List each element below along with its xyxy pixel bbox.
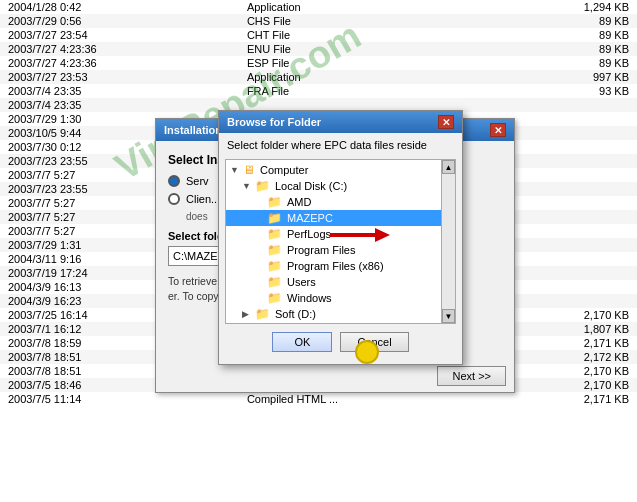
file-date: 2003/7/4 23:35 [0, 98, 239, 112]
tree-item-label: Users [287, 276, 316, 288]
folder-icon: 📁 [267, 227, 282, 241]
tree-item[interactable]: ▶📁Soft (D:) [226, 306, 455, 322]
file-date: 2003/7/4 23:35 [0, 84, 239, 98]
tree-item-label: Soft (D:) [275, 308, 316, 320]
file-type: ESP File [239, 56, 478, 70]
file-size: 1,294 KB [478, 0, 637, 14]
file-type: ENU File [239, 42, 478, 56]
ok-button[interactable]: OK [272, 332, 332, 352]
svg-marker-0 [330, 228, 390, 242]
tree-item-label: Computer [260, 164, 308, 176]
list-item: 2003/7/27 23:54CHT File89 KB [0, 28, 637, 42]
list-item: 2003/7/5 11:14Compiled HTML ...2,171 KB [0, 392, 637, 406]
file-date: 2003/7/27 4:23:36 [0, 56, 239, 70]
list-item: 2003/7/27 4:23:36ESP File89 KB [0, 56, 637, 70]
folder-icon: 📁 [255, 307, 270, 321]
file-size: 93 KB [478, 84, 637, 98]
tree-item[interactable]: 📁Users [226, 274, 455, 290]
folder-icon: 📁 [267, 211, 282, 225]
scroll-down-button[interactable]: ▼ [442, 309, 455, 323]
list-item: 2003/7/27 23:53Application997 KB [0, 70, 637, 84]
list-item: 2003/7/27 4:23:36ENU File89 KB [0, 42, 637, 56]
folder-icon: 📁 [267, 291, 282, 305]
file-type: FRA File [239, 84, 478, 98]
file-date: 2004/1/28 0:42 [0, 0, 239, 14]
tree-item-label: Windows [287, 292, 332, 304]
expand-icon: ▼ [230, 165, 240, 175]
folder-icon: 📁 [267, 243, 282, 257]
file-size: 89 KB [478, 42, 637, 56]
file-date: 2003/7/27 23:54 [0, 28, 239, 42]
tree-item-label: Program Files (x86) [287, 260, 384, 272]
next-button[interactable]: Next >> [437, 366, 506, 386]
tree-item-label: AMD [287, 196, 311, 208]
file-date: 2003/7/27 23:53 [0, 70, 239, 84]
file-type: Compiled HTML ... [239, 392, 478, 406]
client-radio[interactable] [168, 193, 180, 205]
list-item: 2003/7/4 23:35FRA File93 KB [0, 84, 637, 98]
list-item: 2003/7/29 0:56CHS File89 KB [0, 14, 637, 28]
file-size [478, 98, 637, 112]
file-size: 997 KB [478, 70, 637, 84]
tree-item-label: Program Files [287, 244, 355, 256]
browse-buttons: OK Cancel [219, 326, 462, 358]
browse-title-bar: Browse for Folder ✕ [219, 111, 462, 133]
list-item: 2004/1/28 0:42Application1,294 KB [0, 0, 637, 14]
install-close-button[interactable]: ✕ [490, 123, 506, 137]
file-size: 89 KB [478, 56, 637, 70]
folder-icon: 🖥 [243, 163, 255, 177]
tree-item[interactable]: 📁Windows [226, 290, 455, 306]
file-type: Application [239, 70, 478, 84]
tree-item[interactable]: ▼🖥Computer [226, 162, 455, 178]
tree-item[interactable]: 📁Program Files (x86) [226, 258, 455, 274]
file-type: CHS File [239, 14, 478, 28]
file-size: 89 KB [478, 14, 637, 28]
file-date: 2003/7/5 11:14 [0, 392, 239, 406]
expand-icon: ▶ [242, 309, 252, 319]
browse-close-button[interactable]: ✕ [438, 115, 454, 129]
tree-item-label: MAZEPC [287, 212, 333, 224]
file-size: 2,171 KB [478, 392, 637, 406]
file-type: Application [239, 0, 478, 14]
scroll-up-button[interactable]: ▲ [442, 160, 455, 174]
tree-item[interactable]: 📁MAZEPC [226, 210, 455, 226]
cursor-indicator [355, 340, 379, 364]
file-type: CHT File [239, 28, 478, 42]
expand-icon: ▼ [242, 181, 252, 191]
tree-item[interactable]: ▼📁Local Disk (C:) [226, 178, 455, 194]
folder-icon: 📁 [267, 195, 282, 209]
file-date: 2003/7/29 0:56 [0, 14, 239, 28]
folder-icon: 📁 [267, 275, 282, 289]
tree-item[interactable]: 📁AMD [226, 194, 455, 210]
browse-instruction: Select folder where EPC data files resid… [219, 133, 462, 157]
server-label: Serv [186, 175, 209, 187]
tree-scrollbar[interactable]: ▲ ▼ [441, 160, 455, 323]
server-radio[interactable] [168, 175, 180, 187]
tree-item-label: PerfLogs [287, 228, 331, 240]
file-size: 89 KB [478, 28, 637, 42]
folder-icon: 📁 [255, 179, 270, 193]
folder-icon: 📁 [267, 259, 282, 273]
scroll-track [442, 174, 455, 309]
red-arrow [330, 225, 390, 245]
tree-item-label: Local Disk (C:) [275, 180, 347, 192]
browse-title: Browse for Folder [227, 116, 321, 128]
file-date: 2003/7/27 4:23:36 [0, 42, 239, 56]
client-label: Clien... [186, 193, 220, 205]
